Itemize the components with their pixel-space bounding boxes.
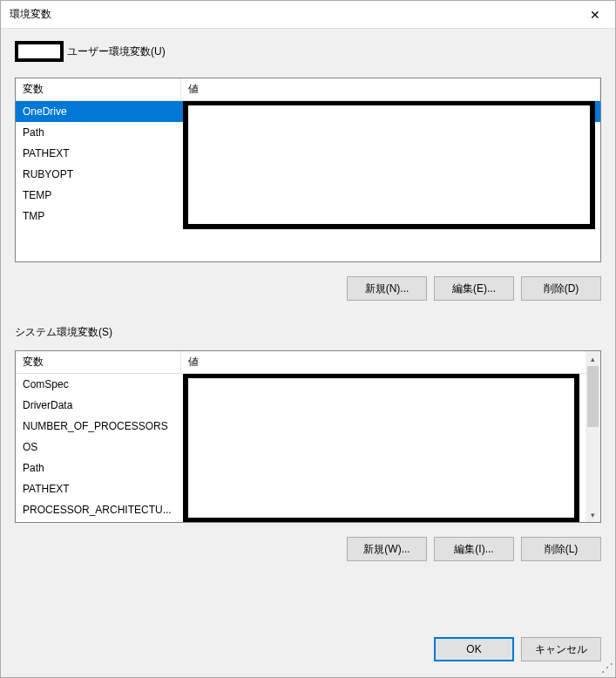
system-button-row: 新規(W)... 編集(I)... 削除(L) xyxy=(15,537,601,561)
cell-val xyxy=(181,424,600,428)
user-edit-button[interactable]: 編集(E)... xyxy=(434,276,514,301)
window-title: 環境変数 xyxy=(10,7,51,22)
user-vars-section: ユーザー環境変数(U) 変数 値 OneDrive Path xyxy=(15,41,601,301)
col-header-value[interactable]: 値 xyxy=(181,78,600,100)
cell-val xyxy=(181,152,600,155)
system-edit-button[interactable]: 編集(I)... xyxy=(434,537,514,561)
col-header-variable[interactable]: 変数 xyxy=(16,78,181,100)
close-icon: ✕ xyxy=(590,8,600,22)
table-row[interactable]: TMP xyxy=(16,206,600,227)
chevron-down-icon: ▾ xyxy=(591,511,595,519)
system-delete-button[interactable]: 削除(L) xyxy=(521,537,601,561)
system-vars-section: システム環境変数(S) 変数 値 ComSpec DriverData xyxy=(15,325,601,561)
titlebar: 環境変数 ✕ xyxy=(1,1,615,29)
table-row[interactable]: PATHEXT xyxy=(16,143,600,164)
cell-val xyxy=(181,466,600,470)
user-section-label: ユーザー環境変数(U) xyxy=(65,44,166,59)
scrollbar-thumb[interactable] xyxy=(587,366,599,427)
scroll-up-button[interactable]: ▴ xyxy=(586,351,600,366)
scrollbar-track[interactable] xyxy=(586,366,600,507)
col-header-variable[interactable]: 変数 xyxy=(16,351,181,373)
cell-var: Path xyxy=(16,460,181,476)
cell-val xyxy=(181,508,600,512)
system-vars-table[interactable]: 変数 値 ComSpec DriverData NUMBER_OF_PROCES… xyxy=(15,350,601,523)
cell-val xyxy=(181,383,600,386)
close-button[interactable]: ✕ xyxy=(575,1,615,29)
cancel-button[interactable]: キャンセル xyxy=(521,637,601,661)
dialog-footer: OK キャンセル xyxy=(1,625,615,677)
dialog-content: ユーザー環境変数(U) 変数 値 OneDrive Path xyxy=(1,29,615,625)
cell-var: ComSpec xyxy=(16,376,181,392)
system-table-header[interactable]: 変数 値 xyxy=(16,351,600,374)
user-button-row: 新規(N)... 編集(E)... 削除(D) xyxy=(15,276,601,301)
user-section-header: ユーザー環境変数(U) xyxy=(15,41,601,62)
cell-var: NUMBER_OF_PROCESSORS xyxy=(16,418,181,434)
table-row[interactable]: NUMBER_OF_PROCESSORS xyxy=(16,416,600,437)
cell-var: PATHEXT xyxy=(16,481,181,497)
cell-var: TMP xyxy=(16,208,181,224)
user-table-header[interactable]: 変数 値 xyxy=(16,78,600,101)
cell-var: OneDrive xyxy=(16,104,181,119)
table-row[interactable]: DriverData xyxy=(16,395,600,416)
vertical-scrollbar[interactable]: ▴ ▾ xyxy=(586,351,600,522)
chevron-up-icon: ▴ xyxy=(591,355,595,363)
ok-button[interactable]: OK xyxy=(434,637,514,661)
cell-var: Path xyxy=(16,125,181,140)
cell-var: OS xyxy=(16,439,181,455)
table-row[interactable]: PROCESSOR_ARCHITECTU... xyxy=(16,499,600,520)
env-vars-dialog: 環境変数 ✕ ユーザー環境変数(U) 変数 値 OneDrive xyxy=(0,0,616,678)
system-new-button[interactable]: 新規(W)... xyxy=(347,537,427,561)
cell-val xyxy=(181,487,600,491)
table-row[interactable]: Path xyxy=(16,458,600,478)
cell-val xyxy=(181,214,600,218)
cell-var: TEMP xyxy=(16,187,181,203)
table-row[interactable]: TEMP xyxy=(16,185,600,206)
user-table-body: OneDrive Path PATHEXT RUBYOPT xyxy=(16,101,600,261)
cell-val xyxy=(181,193,600,197)
system-table-body: ComSpec DriverData NUMBER_OF_PROCESSORS … xyxy=(16,374,600,522)
cell-val xyxy=(181,173,600,176)
scroll-down-button[interactable]: ▾ xyxy=(586,507,600,522)
table-row[interactable]: RUBYOPT xyxy=(16,164,600,185)
user-delete-button[interactable]: 削除(D) xyxy=(521,276,601,301)
user-vars-table[interactable]: 変数 値 OneDrive Path PATHEXT xyxy=(15,78,601,262)
cell-var: PATHEXT xyxy=(16,146,181,161)
cell-var: RUBYOPT xyxy=(16,166,181,182)
table-row[interactable]: OneDrive xyxy=(16,101,600,122)
table-row[interactable]: ComSpec xyxy=(16,374,600,395)
table-row[interactable]: OS xyxy=(16,437,600,458)
user-new-button[interactable]: 新規(N)... xyxy=(347,276,427,301)
system-section-label: システム環境変数(S) xyxy=(15,325,601,340)
cell-val xyxy=(181,403,600,407)
username-redacted xyxy=(15,41,64,62)
table-row[interactable]: PATHEXT xyxy=(16,478,600,499)
cell-val xyxy=(181,110,600,113)
cell-var: DriverData xyxy=(16,397,181,413)
col-header-value[interactable]: 値 xyxy=(181,351,600,373)
table-row[interactable]: Path xyxy=(16,122,600,143)
cell-var: PROCESSOR_ARCHITECTU... xyxy=(16,502,181,518)
cell-val xyxy=(181,131,600,134)
cell-val xyxy=(181,445,600,449)
